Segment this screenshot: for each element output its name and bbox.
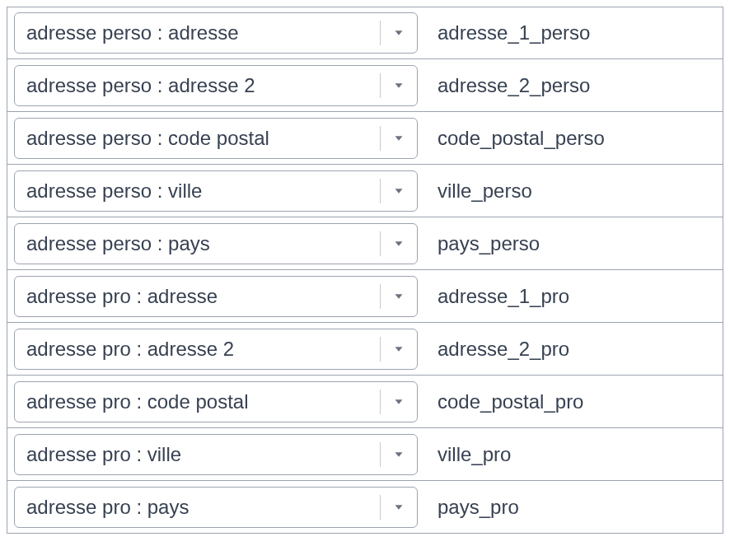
mapping-row: adresse pro : pays pays_pro: [7, 481, 723, 534]
mapping-row: adresse pro : ville ville_pro: [7, 428, 723, 481]
select-cell: adresse pro : adresse: [7, 270, 424, 322]
mapping-row: adresse perso : ville ville_perso: [7, 165, 723, 217]
field-select[interactable]: adresse pro : adresse: [14, 276, 418, 317]
select-cell: adresse perso : code postal: [7, 112, 424, 164]
mapping-row: adresse perso : adresse adresse_1_perso: [7, 7, 723, 59]
chevron-down-icon: [381, 184, 417, 198]
select-label: adresse perso : pays: [15, 232, 380, 255]
field-select[interactable]: adresse perso : pays: [14, 223, 418, 264]
field-key-value: adresse_1_perso: [424, 7, 723, 58]
select-label: adresse pro : adresse: [15, 285, 380, 308]
chevron-down-icon: [381, 394, 417, 409]
field-key-value: pays_pro: [424, 481, 723, 533]
field-key-value: code_postal_perso: [424, 112, 723, 164]
select-cell: adresse pro : code postal: [7, 376, 424, 427]
field-select[interactable]: adresse pro : adresse 2: [14, 329, 418, 370]
chevron-down-icon: [381, 447, 417, 462]
select-cell: adresse pro : adresse 2: [7, 323, 424, 375]
select-label: adresse pro : ville: [15, 443, 380, 466]
mapping-row: adresse pro : adresse 2 adresse_2_pro: [7, 323, 723, 376]
field-select[interactable]: adresse perso : adresse: [14, 12, 418, 54]
select-label: adresse perso : adresse: [15, 21, 380, 44]
field-select[interactable]: adresse perso : code postal: [14, 118, 418, 159]
field-select[interactable]: adresse pro : code postal: [14, 381, 418, 422]
chevron-down-icon: [381, 342, 417, 357]
mapping-row: adresse perso : adresse 2 adresse_2_pers…: [7, 59, 723, 112]
field-mapping-table: adresse perso : adresse adresse_1_perso …: [7, 7, 723, 534]
field-key-value: code_postal_pro: [424, 376, 723, 427]
field-key-value: pays_perso: [424, 217, 723, 269]
field-key-value: ville_perso: [424, 165, 723, 217]
select-cell: adresse perso : pays: [7, 217, 424, 269]
mapping-row: adresse pro : adresse adresse_1_pro: [7, 270, 723, 323]
field-key-value: adresse_2_perso: [424, 59, 723, 111]
chevron-down-icon: [381, 26, 417, 40]
field-key-value: adresse_2_pro: [424, 323, 723, 375]
chevron-down-icon: [381, 500, 417, 515]
chevron-down-icon: [381, 236, 417, 251]
chevron-down-icon: [381, 131, 417, 146]
select-label: adresse pro : code postal: [15, 390, 380, 413]
mapping-row: adresse perso : pays pays_perso: [7, 217, 723, 270]
select-label: adresse pro : adresse 2: [15, 338, 380, 361]
select-cell: adresse pro : pays: [7, 481, 424, 533]
select-label: adresse perso : ville: [15, 180, 380, 203]
field-select[interactable]: adresse perso : ville: [14, 170, 418, 212]
select-label: adresse pro : pays: [15, 496, 380, 519]
mapping-row: adresse perso : code postal code_postal_…: [7, 112, 723, 165]
select-cell: adresse perso : ville: [7, 165, 424, 217]
chevron-down-icon: [381, 289, 417, 304]
field-key-value: ville_pro: [424, 428, 723, 480]
field-select[interactable]: adresse pro : pays: [14, 487, 418, 528]
select-label: adresse perso : code postal: [15, 127, 380, 150]
mapping-row: adresse pro : code postal code_postal_pr…: [7, 376, 723, 428]
select-cell: adresse perso : adresse: [7, 7, 424, 58]
chevron-down-icon: [381, 78, 417, 93]
select-cell: adresse pro : ville: [7, 428, 424, 480]
select-cell: adresse perso : adresse 2: [7, 59, 424, 111]
field-select[interactable]: adresse pro : ville: [14, 434, 418, 475]
field-key-value: adresse_1_pro: [424, 270, 723, 322]
select-label: adresse perso : adresse 2: [15, 74, 380, 97]
field-select[interactable]: adresse perso : adresse 2: [14, 65, 418, 106]
